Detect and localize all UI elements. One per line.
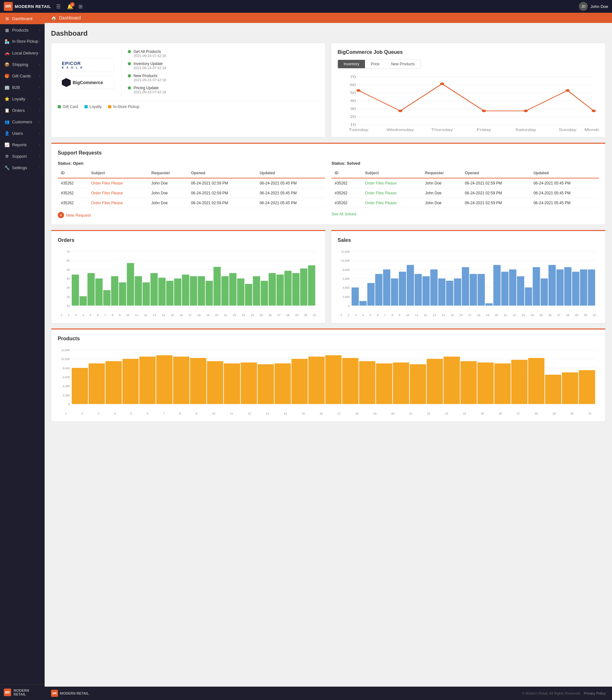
sidebar-footer-brand: MODERN RETAIL [14, 688, 41, 696]
legend-dot-loyalty [84, 105, 88, 108]
sidebar-label-users: Users [12, 131, 23, 136]
ticket-subject[interactable]: Order Files Please [88, 178, 148, 188]
logo-text: MODERN RETAIL [15, 4, 51, 9]
svg-rect-142 [241, 362, 257, 404]
svg-rect-154 [444, 357, 460, 404]
table-row: #35262 Order Files Please John Doe 06-24… [58, 188, 325, 198]
avatar: JD [579, 2, 588, 11]
tab-price[interactable]: Price [365, 60, 385, 68]
sidebar-item-shipping[interactable]: 📦 Shipping › [0, 59, 45, 70]
new-request-button[interactable]: + New Request [58, 212, 91, 218]
svg-text:Thursday: Thursday [431, 128, 453, 132]
ticket-subject[interactable]: Order Files Please [362, 198, 422, 208]
chevron-icon: › [39, 143, 40, 146]
sidebar-item-customers[interactable]: 👥 Customers › [0, 116, 45, 127]
svg-rect-144 [275, 363, 291, 404]
tab-inventory[interactable]: Inventory [338, 60, 365, 68]
svg-rect-70 [292, 273, 300, 305]
sidebar-item-settings[interactable]: 🔧 Settings › [0, 162, 45, 173]
sidebar-item-dashboard[interactable]: ⊞ Dashboard [0, 13, 45, 24]
dashboard-icon: ⊞ [4, 16, 10, 21]
footer-logo-icon: MR [51, 690, 58, 697]
epicor-legend: Gift Card Loyalty In-Store Pickup [58, 100, 319, 109]
tab-new-products[interactable]: New Products [385, 60, 421, 68]
hamburger-button[interactable]: ☰ [55, 2, 62, 11]
sidebar-item-local-delivery[interactable]: 🚗 Local Delivery › [0, 47, 45, 59]
svg-text:40: 40 [67, 277, 70, 281]
svg-rect-42 [72, 275, 79, 305]
svg-rect-101 [462, 267, 469, 305]
sidebar-item-support[interactable]: ⚙ Support › [0, 151, 45, 162]
orders-bar-svg: 70605040302010 [58, 248, 319, 312]
ticket-subject[interactable]: Order Files Please [88, 188, 148, 198]
svg-point-18 [524, 110, 528, 112]
job-queues-tabs: Inventory Price New Products [337, 60, 421, 69]
svg-text:Friday: Friday [476, 128, 491, 132]
sidebar-label-products: Products [12, 28, 28, 32]
svg-rect-108 [517, 276, 524, 305]
orders-chart-card: Orders 70605040302010 123456789101112131… [51, 230, 326, 324]
sales-chart-title: Sales [337, 237, 599, 243]
new-request-label: New Request [66, 213, 91, 218]
topbar-left: MR MODERN RETAIL ☰ 🔔 1 ⊞ [4, 2, 84, 11]
svg-rect-50 [135, 276, 142, 305]
sidebar-item-gift-cards[interactable]: 🎁 Gift Cards › [0, 70, 45, 82]
ticket-updated: 06-24-2021 05:45 PM [256, 188, 325, 198]
notification-button[interactable]: 🔔 1 [66, 2, 74, 11]
svg-text:70: 70 [350, 75, 356, 79]
topbar-icons: 🔔 1 ⊞ [66, 2, 84, 11]
event-dot-3 [128, 74, 131, 77]
svg-rect-158 [511, 360, 528, 404]
chevron-icon: › [39, 97, 40, 101]
svg-text:Wednesday: Wednesday [387, 128, 414, 132]
sidebar-item-products[interactable]: ▦ Products › [0, 24, 45, 36]
svg-rect-62 [229, 273, 237, 305]
svg-rect-139 [190, 358, 206, 404]
event-title-2: Inventory Update [134, 61, 166, 66]
see-all-solved-link[interactable]: See All Solved [332, 212, 599, 216]
svg-rect-145 [291, 359, 308, 404]
plus-icon: + [58, 212, 64, 218]
svg-rect-150 [376, 363, 392, 404]
event-time-2: 2021-09-16 07:42:18 [134, 66, 166, 70]
event-dot-1 [128, 50, 131, 53]
sidebar-item-loyalty[interactable]: ⭐ Loyalty › [0, 93, 45, 104]
chevron-icon: › [39, 86, 40, 89]
svg-rect-160 [545, 375, 561, 404]
epicor-card: EPICOR E A G L E BigCommerce [51, 43, 326, 138]
sidebar-label-reports: Reports [12, 142, 27, 147]
svg-rect-106 [501, 272, 509, 305]
event-time-4: 2021-09-16 07:42:18 [134, 90, 166, 94]
grid-button[interactable]: ⊞ [77, 2, 84, 11]
ticket-subject[interactable]: Order Files Please [88, 198, 148, 208]
svg-text:10: 10 [67, 304, 70, 308]
legend-loyalty: Loyalty [84, 104, 102, 109]
svg-rect-133 [88, 363, 105, 404]
ticket-updated: 06-24-2021 05:45 PM [530, 188, 599, 198]
open-tickets-table: ID Subject Requester Opened Updated #352… [58, 168, 325, 208]
ticket-updated: 06-24-2021 05:45 PM [256, 198, 325, 208]
svg-point-15 [398, 110, 402, 112]
sidebar-item-users[interactable]: 👤 Users › [0, 127, 45, 139]
sidebar-item-orders[interactable]: 📋 Orders › [0, 104, 45, 116]
epicor-events: Get All Products 2021-09-16 07:42:18 Inv… [128, 49, 319, 98]
ticket-subject[interactable]: Order Files Please [362, 178, 422, 188]
sidebar-item-b2b[interactable]: 🏢 B2B › [0, 82, 45, 93]
sidebar-label-orders: Orders [12, 108, 25, 113]
svg-rect-153 [427, 359, 443, 404]
sidebar-label-support: Support [12, 154, 27, 159]
line-chart-svg: 70 60 50 40 30 20 10 [337, 74, 599, 134]
ticket-subject[interactable]: Order Files Please [362, 188, 422, 198]
privacy-policy-link[interactable]: Privacy Policy [584, 691, 606, 695]
top-row: EPICOR E A G L E BigCommerce [51, 43, 606, 138]
legend-label-loyalty: Loyalty [89, 104, 102, 109]
sidebar-item-in-store-pickup[interactable]: 🏪 In-Store Pickup › [0, 36, 45, 47]
orders-x-labels: 1234567891011121314151617181920212223242… [58, 314, 319, 317]
sidebar-item-reports[interactable]: 📈 Reports › [0, 139, 45, 151]
epicor-logos: EPICOR E A G L E BigCommerce [58, 49, 122, 98]
svg-text:4,000: 4,000 [62, 385, 70, 388]
sidebar-footer-logo-icon: MR [4, 688, 11, 696]
svg-text:Sunday: Sunday [559, 128, 576, 132]
svg-rect-95 [415, 274, 422, 305]
sidebar-label-customers: Customers [12, 119, 32, 124]
